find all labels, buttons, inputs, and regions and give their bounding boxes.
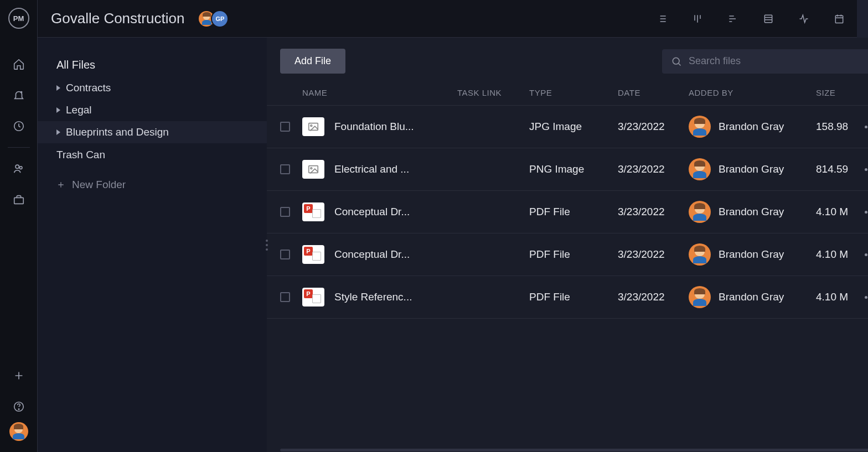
header: Govalle Construction GP [38, 0, 868, 38]
file-size: 4.10 M [816, 206, 865, 218]
file-type: PDF File [529, 291, 618, 303]
column-task-link[interactable]: TASK LINK [457, 88, 529, 97]
left-rail: PM [0, 0, 38, 452]
search-input[interactable] [689, 55, 868, 67]
row-checkbox[interactable] [280, 164, 290, 174]
more-actions-icon[interactable] [865, 126, 868, 128]
file-type: PDF File [529, 248, 618, 261]
search-icon [671, 56, 682, 67]
table-row[interactable]: Style Referenc...PDF File3/23/2022Brando… [267, 276, 868, 319]
view-calendar-icon[interactable] [822, 0, 857, 38]
file-type: JPG Image [529, 121, 618, 133]
file-name: Electrical and ... [334, 163, 409, 175]
resize-handle[interactable] [266, 240, 268, 251]
folder-label: Legal [66, 104, 92, 116]
svg-point-0 [20, 91, 22, 93]
table-row[interactable]: Conceptual Dr...PDF File3/23/2022Brandon… [267, 233, 868, 276]
view-list-icon[interactable] [644, 0, 680, 38]
svg-rect-8 [835, 15, 843, 23]
svg-point-9 [673, 58, 679, 64]
table-row[interactable]: Foundation Blu...JPG Image3/23/2022Brand… [267, 106, 868, 148]
all-files[interactable]: All Files [38, 53, 267, 77]
added-by-name: Brandon Gray [719, 206, 784, 218]
user-avatar-icon [689, 116, 711, 138]
project-members[interactable]: GP [198, 10, 229, 28]
user-avatar[interactable] [9, 422, 28, 441]
user-avatar-icon [689, 158, 711, 180]
file-name: Conceptual Dr... [334, 206, 410, 218]
view-files-icon[interactable] [857, 0, 868, 38]
table-row[interactable]: Electrical and ...PNG Image3/23/2022Bran… [267, 148, 868, 191]
column-name[interactable]: NAME [302, 88, 457, 97]
team-icon[interactable] [0, 153, 38, 184]
folder-label: Contracts [66, 82, 111, 94]
help-icon[interactable] [0, 391, 38, 422]
new-folder-button[interactable]: New Folder [38, 173, 267, 196]
file-date: 3/23/2022 [618, 163, 689, 175]
user-avatar-icon [689, 286, 711, 308]
table-row[interactable]: Conceptual Dr...PDF File3/23/2022Brandon… [267, 191, 868, 233]
search-box[interactable] [662, 49, 868, 74]
view-board-icon[interactable] [680, 0, 715, 38]
briefcase-icon[interactable] [0, 184, 38, 215]
row-checkbox[interactable] [280, 292, 290, 302]
folder-sidebar: All Files Contracts Legal Blueprints and… [38, 38, 267, 452]
view-table-icon[interactable] [751, 0, 786, 38]
row-checkbox[interactable] [280, 250, 290, 259]
column-date[interactable]: DATE [618, 88, 689, 97]
more-actions-icon[interactable] [865, 211, 868, 214]
view-activity-icon[interactable] [786, 0, 822, 38]
file-thumbnail [302, 160, 324, 179]
add-file-button[interactable]: Add File [280, 49, 345, 74]
folder-legal[interactable]: Legal [38, 99, 267, 121]
file-date: 3/23/2022 [618, 291, 689, 303]
rail-divider [8, 147, 30, 148]
added-by-name: Brandon Gray [719, 163, 784, 175]
svg-rect-10 [309, 123, 318, 131]
file-type: PDF File [529, 206, 618, 218]
file-size: 158.98 [816, 121, 865, 133]
svg-point-13 [311, 168, 312, 169]
folder-contracts[interactable]: Contracts [38, 77, 267, 99]
file-name: Style Referenc... [334, 291, 412, 303]
file-name: Foundation Blu... [334, 121, 414, 133]
add-icon[interactable] [0, 360, 38, 391]
file-date: 3/23/2022 [618, 248, 689, 261]
project-title: Govalle Construction [51, 10, 184, 27]
file-size: 814.59 [816, 163, 865, 175]
caret-right-icon [56, 129, 60, 135]
user-avatar-icon [689, 243, 711, 266]
file-type: PNG Image [529, 163, 618, 175]
table-header: NAME TASK LINK TYPE DATE ADDED BY SIZE [267, 85, 868, 106]
caret-right-icon [56, 107, 60, 113]
svg-point-6 [18, 409, 19, 409]
view-gantt-icon[interactable] [715, 0, 751, 38]
file-size: 4.10 M [816, 248, 865, 261]
caret-right-icon [56, 85, 60, 91]
svg-rect-12 [309, 166, 318, 173]
horizontal-scrollbar[interactable] [280, 448, 868, 452]
column-added-by[interactable]: ADDED BY [689, 88, 816, 97]
file-thumbnail [302, 288, 324, 306]
more-actions-icon[interactable] [865, 168, 868, 171]
added-by-name: Brandon Gray [719, 121, 784, 133]
file-thumbnail [302, 202, 324, 221]
file-thumbnail [302, 245, 324, 264]
folder-blueprints[interactable]: Blueprints and Design [38, 121, 267, 143]
column-size[interactable]: SIZE [816, 88, 865, 97]
svg-point-11 [311, 125, 312, 127]
folder-label: Blueprints and Design [66, 126, 169, 138]
row-checkbox[interactable] [280, 207, 290, 217]
member-avatar[interactable] [198, 10, 215, 28]
trash-can[interactable]: Trash Can [38, 143, 267, 167]
file-panel: Add File NAME TASK LINK TYPE DATE ADDED … [267, 38, 868, 452]
more-actions-icon[interactable] [865, 296, 868, 299]
notifications-icon[interactable] [0, 80, 38, 111]
home-icon[interactable] [0, 49, 38, 80]
column-type[interactable]: TYPE [529, 88, 618, 97]
app-logo[interactable]: PM [8, 8, 29, 29]
recent-icon[interactable] [0, 111, 38, 142]
row-checkbox[interactable] [280, 122, 290, 132]
svg-rect-4 [14, 198, 23, 204]
more-actions-icon[interactable] [865, 253, 868, 256]
